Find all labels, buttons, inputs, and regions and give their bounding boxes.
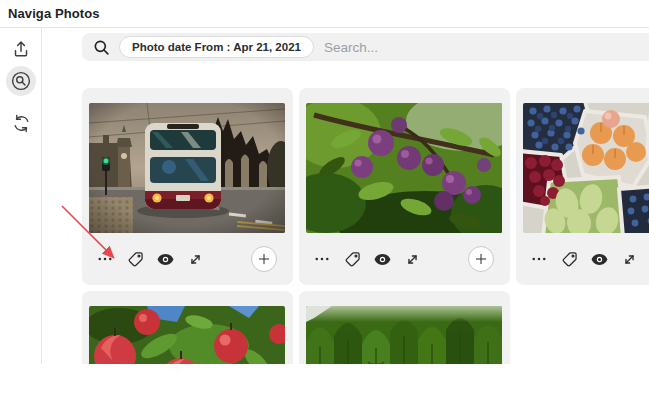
tag-icon[interactable] [123, 247, 147, 271]
add-icon[interactable] [251, 246, 277, 272]
naviga-photos-app: Naviga Photos [0, 0, 649, 406]
sidebar [0, 28, 42, 364]
expand-icon[interactable] [183, 247, 207, 271]
photo-card [516, 88, 649, 285]
app-body: Photo date From : Apr 21, 2021 [0, 28, 649, 364]
search-circle-icon [9, 69, 33, 93]
photo-thumbnail[interactable] [89, 103, 285, 233]
search-input[interactable] [324, 40, 641, 55]
tag-icon[interactable] [340, 247, 364, 271]
sidebar-item-upload[interactable] [6, 34, 36, 64]
expand-icon[interactable] [617, 247, 641, 271]
photo-thumbnail[interactable] [306, 103, 502, 233]
card-actions [89, 233, 286, 285]
grid-row-2 [82, 291, 649, 364]
refresh-icon [11, 113, 32, 134]
app-header: Naviga Photos [0, 0, 649, 28]
preview-eye-icon[interactable] [153, 247, 177, 271]
filter-chip-photo-date[interactable]: Photo date From : Apr 21, 2021 [119, 36, 314, 58]
card-actions [306, 233, 503, 285]
photo-card [82, 88, 293, 285]
photo-thumbnail[interactable] [306, 306, 502, 364]
sidebar-item-advanced-search[interactable] [6, 66, 36, 96]
search-bar: Photo date From : Apr 21, 2021 [82, 33, 649, 61]
page-title: Naviga Photos [0, 6, 100, 21]
sidebar-item-refresh[interactable] [6, 108, 36, 138]
add-icon[interactable] [468, 246, 494, 272]
upload-icon [10, 38, 32, 60]
photo-card [82, 291, 293, 364]
preview-eye-icon[interactable] [370, 247, 394, 271]
preview-eye-icon[interactable] [587, 247, 611, 271]
expand-icon[interactable] [400, 247, 424, 271]
tag-icon[interactable] [557, 247, 581, 271]
more-options-icon[interactable] [527, 247, 551, 271]
photo-card [299, 291, 510, 364]
photo-card [299, 88, 510, 285]
more-options-icon[interactable] [93, 247, 117, 271]
search-icon [92, 38, 111, 57]
photo-thumbnail[interactable] [89, 306, 285, 364]
card-actions [523, 233, 649, 285]
grid-row-1 [82, 88, 649, 285]
photo-grid [82, 88, 649, 364]
photo-thumbnail[interactable] [523, 103, 649, 233]
more-options-icon[interactable] [310, 247, 334, 271]
